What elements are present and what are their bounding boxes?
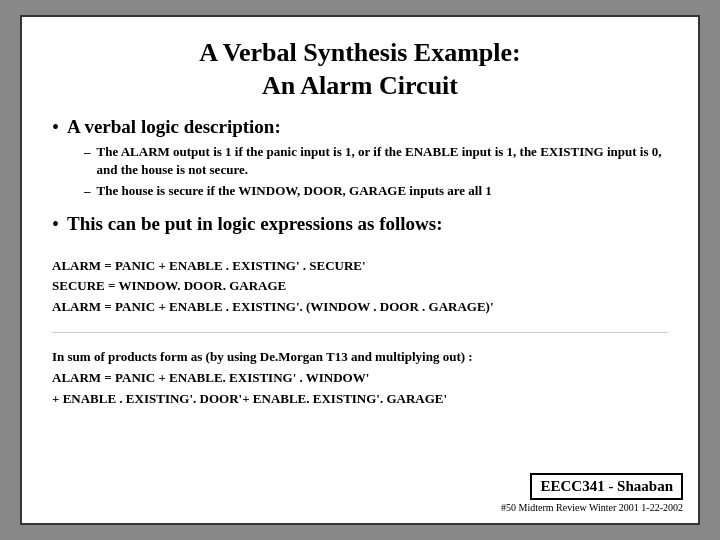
bullet-item-2: • This can be put in logic expressions a… xyxy=(52,213,668,236)
bullet-item-1: • A verbal logic description: xyxy=(52,116,668,139)
footer-sub: #50 Midterm Review Winter 2001 1-22-2002 xyxy=(501,502,683,513)
logic-line-2: SECURE = WINDOW. DOOR. GARAGE xyxy=(52,276,668,297)
slide: A Verbal Synthesis Example: An Alarm Cir… xyxy=(20,15,700,525)
logic-line-3: ALARM = PANIC + ENABLE . EXISTING'. (WIN… xyxy=(52,297,668,318)
footer-badge: EECC341 - Shaaban xyxy=(530,473,683,500)
bullet-section-2: • This can be put in logic expressions a… xyxy=(52,213,668,240)
bullet-text-2: This can be put in logic expressions as … xyxy=(67,213,442,235)
sum-line-2: + ENABLE . EXISTING'. DOOR'+ ENABLE. EXI… xyxy=(52,389,668,410)
bullet-section-1: • A verbal logic description: – The ALAR… xyxy=(52,116,668,205)
sub-item-2: – The house is secure if the WINDOW, DOO… xyxy=(84,182,668,200)
sub-dash-1: – xyxy=(84,143,91,161)
bullet-text-1: A verbal logic description: xyxy=(67,116,281,138)
sub-list-1: – The ALARM output is 1 if the panic inp… xyxy=(84,143,668,201)
sum-intro: In sum of products form as (by using De.… xyxy=(52,347,668,368)
sum-line-1: ALARM = PANIC + ENABLE. EXISTING' . WIND… xyxy=(52,368,668,389)
footer: EECC341 - Shaaban #50 Midterm Review Win… xyxy=(501,473,683,513)
bullet-dot-2: • xyxy=(52,213,59,236)
sub-item-1: – The ALARM output is 1 if the panic inp… xyxy=(84,143,668,179)
divider xyxy=(52,332,668,333)
slide-title: A Verbal Synthesis Example: An Alarm Cir… xyxy=(52,37,668,102)
logic-line-1: ALARM = PANIC + ENABLE . EXISTING' . SEC… xyxy=(52,256,668,277)
logic-section: ALARM = PANIC + ENABLE . EXISTING' . SEC… xyxy=(52,256,668,318)
sub-dash-2: – xyxy=(84,182,91,200)
bullet-dot-1: • xyxy=(52,116,59,139)
sum-section: In sum of products form as (by using De.… xyxy=(52,347,668,409)
